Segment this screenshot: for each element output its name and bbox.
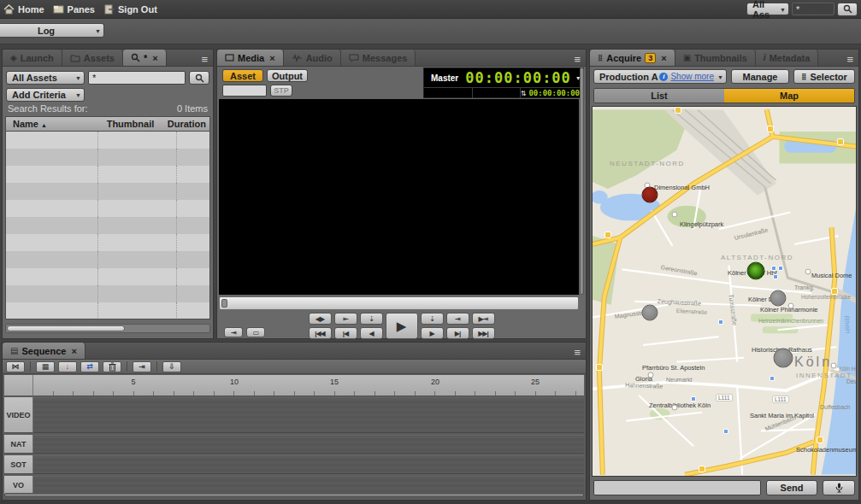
map-marker-psign[interactable] xyxy=(723,429,728,434)
table-row[interactable] xyxy=(6,149,209,166)
map-marker-gray[interactable] xyxy=(642,305,658,321)
map-toggle-option[interactable]: Map xyxy=(724,89,854,103)
track-label[interactable]: NAT xyxy=(4,435,33,454)
fast-forward-button[interactable]: ▶▶| xyxy=(472,327,495,339)
step-back-10-button[interactable]: |◀ xyxy=(334,327,357,339)
table-row[interactable] xyxy=(6,132,209,149)
list-toggle-option[interactable]: List xyxy=(594,89,724,103)
track-lane[interactable] xyxy=(33,476,584,495)
play-button[interactable]: ▶ xyxy=(386,313,418,339)
map-marker-shield[interactable] xyxy=(596,364,603,371)
asset-filter-dropdown[interactable]: All Assets ▼ xyxy=(6,71,85,85)
step-forward-1-button[interactable]: ▶ xyxy=(421,327,444,339)
info-icon[interactable]: i xyxy=(659,73,668,81)
scrollbar-thumb[interactable] xyxy=(7,325,125,331)
insert-edit-button[interactable]: ▦ xyxy=(36,361,55,372)
delete-button[interactable] xyxy=(103,361,121,372)
map-marker-poi-dot[interactable] xyxy=(788,303,794,309)
tab-media[interactable]: Media × xyxy=(217,50,284,66)
panes-button[interactable]: Panes xyxy=(53,4,95,15)
table-row[interactable] xyxy=(6,234,209,251)
map-marker-poi-dot[interactable] xyxy=(805,269,811,275)
add-criteria-dropdown[interactable]: Add Criteria ▼ xyxy=(6,88,85,102)
mark-out-button[interactable]: ⇣ xyxy=(421,313,444,325)
tab-thumbnails[interactable]: ▣ Thumbnails xyxy=(675,50,756,66)
global-search-button[interactable] xyxy=(837,3,858,16)
add-marker-button[interactable]: ⇥ xyxy=(133,361,151,372)
results-table[interactable] xyxy=(5,132,210,319)
map-marker-shield[interactable] xyxy=(831,288,838,295)
show-more-link[interactable]: Show more xyxy=(670,72,714,81)
track-label[interactable]: VO xyxy=(4,476,33,495)
tab-sequence[interactable]: ▤ Sequence × xyxy=(3,343,86,359)
table-row[interactable] xyxy=(6,166,209,183)
microphone-button[interactable] xyxy=(823,480,855,495)
map-marker-psign[interactable] xyxy=(691,396,696,401)
map-marker-shield[interactable] xyxy=(604,231,611,238)
close-icon[interactable]: × xyxy=(269,53,274,63)
output-mode-button[interactable]: Output xyxy=(267,69,308,82)
tab-acquire[interactable]: ⣿ Acquire 3 × xyxy=(590,50,675,66)
search-input[interactable]: * xyxy=(88,71,186,85)
table-row[interactable] xyxy=(6,302,209,319)
manage-button[interactable]: Manage xyxy=(731,69,789,84)
message-input[interactable] xyxy=(593,480,761,495)
map-marker-shield[interactable] xyxy=(699,466,705,472)
track-lane[interactable] xyxy=(33,397,584,433)
map-marker-psign[interactable] xyxy=(773,274,778,279)
add-transition-button[interactable]: ⋈ xyxy=(6,361,25,372)
go-to-previous-edit-button[interactable]: ⇤ xyxy=(334,313,357,325)
map-marker-psign[interactable] xyxy=(771,266,776,271)
media-timecode-input[interactable] xyxy=(222,85,267,97)
panel-menu-icon[interactable]: ≡ xyxy=(569,53,586,66)
global-search-input[interactable]: * xyxy=(792,3,834,15)
asset-mode-button[interactable]: Asset xyxy=(222,69,263,82)
column-header-duration[interactable]: Duration xyxy=(168,119,209,129)
mark-in-button[interactable]: ⇣ xyxy=(360,313,383,325)
map-marker-psign[interactable] xyxy=(718,319,723,325)
map-marker-poi-dot[interactable] xyxy=(672,212,678,218)
stp-button[interactable]: STP xyxy=(270,85,292,97)
results-horizontal-scrollbar[interactable] xyxy=(5,324,210,333)
column-header-name[interactable]: Name ▲ xyxy=(6,119,93,129)
map-marker-poi-dot[interactable] xyxy=(672,405,678,411)
tab-search[interactable]: * × xyxy=(123,50,167,66)
map-marker-poi-dot[interactable] xyxy=(648,372,654,378)
map-marker-gray[interactable] xyxy=(774,349,793,368)
replace-edit-button[interactable]: ⇄ xyxy=(80,361,99,372)
close-icon[interactable]: × xyxy=(152,53,157,63)
tab-metadata[interactable]: i Metadata xyxy=(756,50,818,66)
map-marker-shield[interactable] xyxy=(817,437,823,443)
panel-menu-icon[interactable]: ≡ xyxy=(841,53,858,66)
search-scope-dropdown[interactable]: All Ass ▼ xyxy=(746,3,789,15)
column-header-thumbnail[interactable]: Thumbnail xyxy=(93,119,168,129)
selector-button[interactable]: ⣿ Selector xyxy=(793,69,855,84)
media-vertical-scrollbar[interactable] xyxy=(580,67,584,295)
map-marker-psign[interactable] xyxy=(770,376,775,381)
position-indicator[interactable] xyxy=(221,299,227,308)
quality-menu-button[interactable]: ▭ xyxy=(246,327,265,337)
tab-messages[interactable]: Messages xyxy=(341,50,416,66)
search-button[interactable] xyxy=(189,71,209,85)
go-to-end-button[interactable]: ▶⇥ xyxy=(472,313,495,325)
table-row[interactable] xyxy=(6,268,209,285)
rewind-button[interactable]: |◀◀ xyxy=(309,327,332,339)
track-lane[interactable] xyxy=(33,455,584,474)
table-row[interactable] xyxy=(6,251,209,268)
close-icon[interactable]: × xyxy=(71,346,76,356)
table-row[interactable] xyxy=(6,183,209,200)
map-view[interactable]: NEUSTADT-NORDDimensional GmbHKlingelpütz… xyxy=(592,106,857,477)
panel-menu-icon[interactable]: ≡ xyxy=(569,346,586,359)
track-label[interactable]: VIDEO xyxy=(4,397,33,433)
save-export-button[interactable]: ⇩ xyxy=(162,361,181,372)
tab-assets[interactable]: Assets xyxy=(62,50,123,66)
track-label[interactable]: SOT xyxy=(4,455,33,474)
map-marker-gray[interactable] xyxy=(770,290,787,307)
position-scrubber[interactable] xyxy=(219,296,579,310)
step-back-1-button[interactable]: ◀ xyxy=(360,327,383,339)
step-forward-10-button[interactable]: ▶| xyxy=(446,327,469,339)
table-row[interactable] xyxy=(6,285,209,302)
log-dropdown[interactable]: Log ▼ xyxy=(0,23,104,38)
match-frame-button[interactable]: ◀▶ xyxy=(309,313,332,325)
go-to-next-edit-button[interactable]: ⇥ xyxy=(446,313,469,325)
